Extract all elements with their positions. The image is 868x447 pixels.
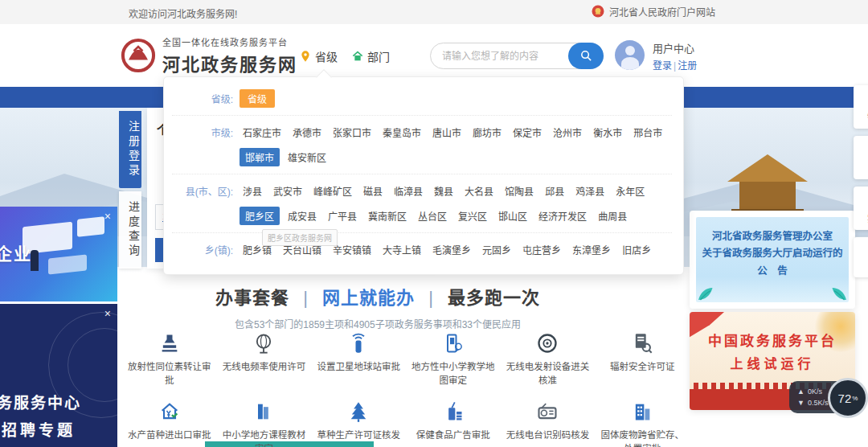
tab-register-login[interactable]: 注册登录 (119, 111, 141, 188)
region-item[interactable]: 邯山区 (495, 207, 530, 225)
service-item[interactable]: 无线电发射设备进关核准 (501, 328, 596, 392)
region-item[interactable]: 魏县 (431, 182, 457, 200)
region-item[interactable]: 秦皇岛市 (379, 123, 424, 141)
region-item[interactable]: 馆陶县 (502, 182, 537, 200)
search-box (430, 43, 604, 69)
antenna-globe-icon (252, 332, 275, 355)
banner-line: 中国政务服务平台 (690, 330, 855, 350)
region-item[interactable]: 曲周县 (595, 207, 630, 225)
radio-icon (536, 400, 559, 423)
service-label: 无线电频率使用许可 (218, 360, 309, 374)
region-item[interactable]: 衡水市 (590, 123, 625, 141)
region-item[interactable]: 邯郸市 (240, 148, 280, 166)
download-speed: 0.5K/s (808, 397, 829, 408)
region-item[interactable]: 临漳县 (391, 182, 426, 200)
national-emblem-icon (591, 4, 605, 18)
region-item[interactable]: 冀南新区 (365, 207, 410, 225)
nav-region-level[interactable]: 省级 (299, 48, 338, 64)
notice-card[interactable]: 河北省政务服务管理办公室 关于省政务服务大厅启动运行的 公 告 (690, 211, 855, 309)
service-item[interactable]: 无线电频率使用许可 (217, 328, 312, 392)
region-dropdown-panel: 省级:省级市级:石家庄市承德市张家口市秦皇岛市唐山市廊坊市保定市沧州市衡水市邢台… (163, 76, 684, 275)
service-item[interactable]: 中小学地方课程教材审定 (217, 396, 312, 447)
region-row-label: 市级: (172, 123, 233, 166)
service-item[interactable]: 放射性同位素转让审批 (122, 328, 217, 392)
region-item[interactable]: 武安市 (270, 182, 305, 200)
region-item[interactable]: 沧州市 (550, 123, 585, 141)
page: 欢迎访问河北政务服务网! 河北省人民政府门户网站 全国一体化在线政务服务平台 河… (0, 0, 868, 447)
disc-icon (536, 332, 559, 355)
notice-line: 关于省政务服务大厅启动运行的 (696, 245, 849, 262)
region-item[interactable]: 磁县 (360, 182, 386, 200)
region-item[interactable]: 经济开发区 (535, 207, 590, 225)
region-item[interactable]: 唐山市 (429, 123, 465, 141)
region-item[interactable]: 肥乡区肥乡区政务服务网 (240, 207, 280, 225)
region-item[interactable]: 大名县 (461, 182, 497, 200)
nav-region-label: 省级 (315, 48, 338, 64)
welcome-text: 欢迎访问河北政务服务网! (129, 6, 237, 20)
leaf-decoration-icon (696, 280, 719, 302)
gov-portal-link[interactable]: 河北省人民政府门户网站 (591, 4, 715, 18)
region-item[interactable]: 旧店乡 (619, 240, 654, 259)
region-item[interactable]: 元固乡 (479, 240, 514, 259)
service-label: 放射性同位素转让审批 (124, 360, 215, 388)
close-icon[interactable]: × (104, 307, 111, 320)
region-item[interactable]: 张家口市 (330, 123, 375, 141)
region-item[interactable]: 丛台区 (415, 207, 450, 225)
avatar[interactable] (615, 40, 645, 70)
region-item[interactable]: 廊坊市 (469, 123, 505, 141)
promo-banner-recruitment[interactable]: 务服务中心 招聘专题 × (0, 304, 117, 447)
rail-item[interactable]: 智能问答 (854, 85, 868, 129)
region-item-tooltip: 肥乡区政务服务网 (262, 229, 338, 246)
region-item[interactable]: 成安县 (285, 207, 320, 225)
rail-item[interactable]: 实施清单 (854, 187, 868, 230)
rail-item[interactable]: TOP (854, 237, 868, 277)
region-item[interactable]: 永年区 (612, 182, 648, 200)
service-item[interactable]: 固体废物跨省贮存、处置审批 (595, 396, 690, 447)
tab-progress-query[interactable]: 进度查询 (119, 191, 141, 269)
region-item[interactable]: 广平县 (325, 207, 360, 225)
home-icon (351, 50, 364, 63)
region-item[interactable]: 邱县 (542, 182, 567, 200)
top-bar: 欢迎访问河北政务服务网! 河北省人民政府门户网站 (0, 0, 868, 25)
service-item[interactable]: 辐射安全许可证 (595, 328, 690, 392)
service-item[interactable]: 地方性中小学教学地图审定 (406, 328, 501, 392)
site-name: 河北政务服务网 (162, 50, 297, 76)
rail-item[interactable]: 目录清单 (854, 136, 868, 179)
region-item[interactable]: 承德市 (289, 123, 325, 141)
region-item[interactable]: 东漳堡乡 (569, 240, 614, 259)
headline-part3: 最多跑一次 (448, 288, 540, 308)
service-item[interactable]: 保健食品广告审批 (406, 396, 501, 447)
region-item[interactable]: 峰峰矿区 (310, 182, 355, 200)
service-item[interactable]: 无线电台识别码核发 (501, 396, 596, 447)
region-row: 市级:石家庄市承德市张家口市秦皇岛市唐山市廊坊市保定市沧州市衡水市邢台市邯郸市雄… (172, 115, 672, 174)
region-item[interactable]: 毛演堡乡 (429, 240, 474, 259)
building-icon (631, 400, 653, 423)
region-item[interactable]: 省级 (240, 89, 275, 108)
region-item[interactable]: 鸡泽县 (572, 182, 608, 200)
region-item[interactable]: 屯庄营乡 (519, 240, 564, 259)
service-label: 保健食品广告审批 (407, 429, 499, 442)
service-item[interactable]: 水产苗种进出口审批 (122, 396, 217, 447)
search-button[interactable] (568, 43, 604, 69)
promo-banner-enterprise[interactable]: 企业 × (0, 207, 117, 301)
region-item[interactable]: 保定市 (510, 123, 545, 141)
region-item[interactable]: 涉县 (240, 182, 265, 200)
illustration-screen (48, 254, 87, 274)
close-icon[interactable]: × (104, 210, 111, 223)
service-label: 无线电发射设备进关核准 (502, 360, 593, 388)
nav-department[interactable]: 部门 (351, 48, 390, 64)
service-label: 辐射安全许可证 (596, 360, 688, 374)
service-item[interactable]: 设置卫星地球站审批 (311, 328, 406, 392)
banner-enterprise-text: 企业 (0, 240, 32, 265)
login-link[interactable]: 登录 (653, 60, 672, 72)
search-icon (579, 49, 593, 63)
region-item[interactable]: 石家庄市 (240, 123, 285, 141)
service-item[interactable]: 草种生产许可证核发 (311, 396, 406, 447)
region-item[interactable]: 雄安新区 (285, 148, 330, 166)
region-row: 县(市、区):涉县武安市峰峰矿区磁县临漳县魏县大名县馆陶县邱县鸡泽县永年区肥乡区… (172, 174, 672, 232)
region-row-label: 省级: (172, 89, 233, 108)
region-item[interactable]: 大寺上镇 (379, 240, 424, 259)
region-item[interactable]: 邢台市 (630, 123, 665, 141)
register-link[interactable]: 注册 (678, 60, 697, 72)
region-item[interactable]: 复兴区 (455, 207, 490, 225)
